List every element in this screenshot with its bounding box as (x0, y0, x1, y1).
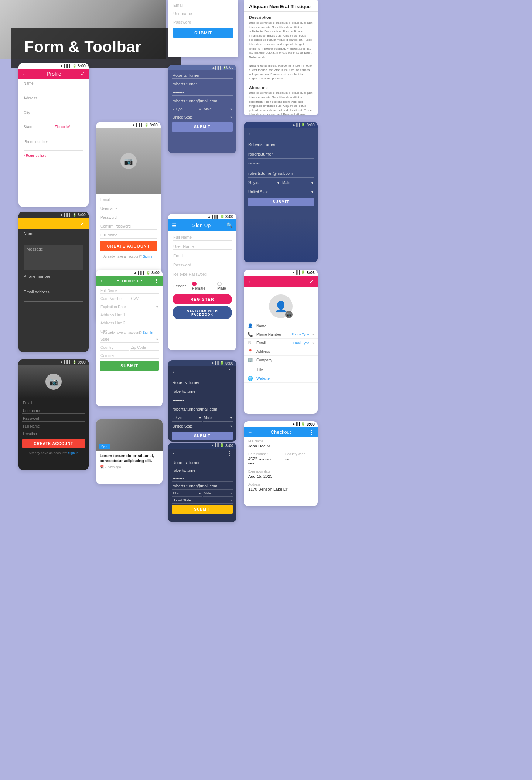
rdc-password-field[interactable]: •••••••• (172, 396, 233, 404)
check-icon[interactable]: ✓ (81, 71, 85, 77)
sign-in-bottom[interactable]: Sign In (143, 331, 153, 334)
ec-address1-field[interactable]: Address Line 1 (100, 311, 159, 318)
r1-country-select[interactable]: United State ▾ (172, 113, 233, 120)
ec-country-field[interactable]: Country (100, 344, 129, 351)
male-radio[interactable]: Male (217, 281, 232, 290)
rdc-age-select[interactable]: 29 y.o. ▾ (172, 414, 202, 422)
r1-email-field[interactable]: roberts.turner@mail.com (172, 97, 233, 104)
camera-badge-pr[interactable]: 📷 (285, 311, 293, 318)
sd-location-field[interactable]: Location (22, 430, 85, 437)
sd-email-field[interactable]: Email (22, 399, 85, 406)
create-account-button[interactable]: CREATE ACCOUNT (100, 241, 157, 251)
state-field[interactable]: State (24, 125, 52, 137)
pr-website-label[interactable]: Website (256, 377, 314, 381)
check-icon-2[interactable]: ✓ (80, 220, 85, 227)
rdc-country-select[interactable]: United State ▾ (172, 423, 233, 430)
pr-email-label[interactable]: Email (256, 341, 290, 345)
back-icon-rdc[interactable]: ← (172, 369, 178, 375)
username-field-signup[interactable]: Username (100, 205, 157, 212)
rdr-username-field[interactable]: roberts.turner (248, 150, 314, 159)
rm2-age[interactable]: 29 y.o. ▾ (172, 490, 202, 497)
more-icon-co[interactable]: ⋮ (309, 429, 314, 435)
back-icon-rdr[interactable]: ← (248, 130, 253, 137)
email-field-submit[interactable]: Email (173, 1, 234, 8)
rdc-email-field[interactable]: roberts.turner@mail.com (172, 405, 233, 413)
su-retype-field[interactable]: Re-type Password (173, 270, 232, 277)
back-icon[interactable]: ← (22, 71, 27, 77)
r1-gender-select[interactable]: Male ▾ (203, 105, 233, 112)
r1-name-field[interactable]: Roberts Turner (172, 71, 233, 79)
ec-comment-field[interactable]: Comment (100, 352, 159, 359)
search-icon-su[interactable]: 🔍 (226, 222, 233, 228)
sd-fullname-field[interactable]: Full Name (22, 423, 85, 429)
r1-password-field[interactable]: •••••••• (172, 88, 233, 96)
back-icon-pr[interactable]: ← (248, 278, 253, 285)
pr-phone-label[interactable]: Phone Number (256, 333, 289, 337)
rdr-name-field[interactable]: Roberts Turner (248, 140, 314, 149)
rm2-name[interactable]: Roberts Turner (172, 459, 233, 466)
pr-address-label[interactable]: Address (256, 350, 314, 354)
rm2-email[interactable]: roberts.turner@mail.com (172, 483, 233, 490)
rdr-country-select[interactable]: United Stale ▾ (248, 188, 314, 196)
sd-sign-in-link[interactable]: Sign In (68, 451, 78, 455)
back-icon-rm2[interactable]: ← (172, 450, 178, 457)
email-field-signup[interactable]: Email (100, 196, 157, 203)
camera-button[interactable]: 📷 (120, 153, 137, 169)
more-icon-ec[interactable]: ⋮ (154, 278, 159, 283)
more-icon-rm2[interactable]: ⋮ (227, 450, 233, 457)
rdc-submit-button[interactable]: SUBMIT (172, 432, 233, 440)
fullname-field-signup[interactable]: Full Name (100, 231, 157, 239)
sd-username-field[interactable]: Username (22, 407, 85, 414)
r1-age-select[interactable]: 29 y.o. ▾ (172, 105, 202, 112)
rm2-country[interactable]: United State ▾ (172, 497, 233, 504)
username-field-submit[interactable]: Username (173, 10, 234, 17)
rdr-email-field[interactable]: roberts.turner@mail.com (248, 169, 314, 178)
su-fullname-field[interactable]: Full Name (173, 233, 232, 241)
rm2-username[interactable]: roberts.turner (172, 467, 233, 474)
back-icon-2[interactable]: ← (22, 221, 27, 226)
confirm-password-field[interactable]: Confirm Password (100, 222, 157, 230)
register-button[interactable]: REGISTER (173, 294, 232, 304)
city-field[interactable]: City (18, 109, 89, 123)
ec-cvv-field[interactable]: CVV (130, 295, 159, 302)
back-icon-co[interactable]: ← (248, 429, 252, 435)
ec-card-number-field[interactable]: Card Number (100, 295, 129, 302)
ec-submit-button[interactable]: SUBMIT (100, 361, 159, 371)
pr-company-label[interactable]: Company (256, 358, 314, 362)
message-textarea[interactable]: Message (24, 245, 83, 270)
ec-expiration-field[interactable]: Expiration Date ▾ (100, 303, 159, 310)
ec-zip-field[interactable]: Zip Code (130, 344, 159, 351)
sd-password-field[interactable]: Password (22, 415, 85, 422)
female-radio[interactable]: Female (192, 281, 211, 290)
rm2-password[interactable]: •••••••• (172, 475, 233, 482)
more-icon-rdc[interactable]: ⋮ (227, 368, 233, 375)
rdc-gender-select[interactable]: Male ▾ (203, 414, 233, 422)
rdc-name-field[interactable]: Roberts Turner (172, 379, 233, 386)
zip-field[interactable]: Zip code* (55, 125, 83, 137)
menu-icon-su[interactable]: ☰ (172, 222, 177, 228)
pr-title-label[interactable]: Title (256, 368, 263, 372)
phone-field[interactable]: Phone number (18, 137, 89, 152)
su-password-field[interactable]: Password (173, 260, 232, 268)
pr-phone-type[interactable]: Phone Type (291, 333, 309, 336)
password-field-submit[interactable]: Password (173, 18, 234, 25)
register-facebook-button[interactable]: REGISTER WITH FACEBOOK (173, 306, 232, 319)
camera-button-dark[interactable]: 📷 (45, 374, 62, 390)
su-email-field[interactable]: Email (173, 251, 232, 259)
ec-state-field[interactable]: State ▾ (100, 335, 159, 343)
rdr-password-field[interactable]: •••••••• (248, 160, 314, 168)
address-field[interactable]: Address (18, 94, 89, 109)
rm2-gender[interactable]: Male ▾ (203, 490, 233, 497)
submit-button[interactable]: SUBMIT (173, 28, 233, 38)
rdr-age-select[interactable]: 29 y.o. ▾ (248, 179, 280, 187)
name-field[interactable]: Name (18, 79, 89, 94)
ec-fullname-field[interactable]: Full Name (100, 287, 159, 294)
pr-email-type[interactable]: Email Type (293, 341, 309, 345)
r1-submit-button[interactable]: SUBMIT (172, 122, 233, 132)
more-icon-rdr[interactable]: ⋮ (308, 130, 314, 137)
password-field-signup[interactable]: Password (100, 214, 157, 221)
r1-username-field[interactable]: roberts.turner (172, 80, 233, 87)
back-icon-ec[interactable]: ← (100, 278, 105, 283)
rm2-submit[interactable]: SUBMIT (172, 505, 233, 514)
sign-in-link[interactable]: Sign In (143, 255, 153, 258)
